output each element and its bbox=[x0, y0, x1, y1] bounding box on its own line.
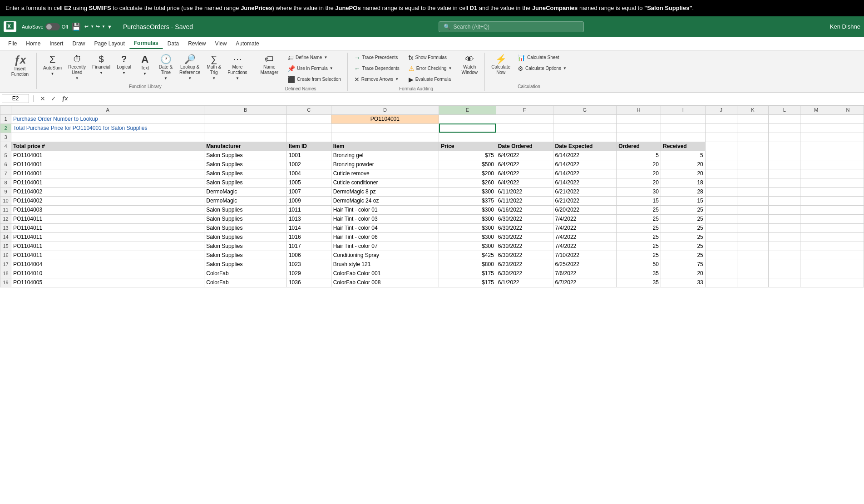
menu-file[interactable]: File bbox=[4, 39, 21, 49]
cell-E6[interactable]: $500 bbox=[439, 160, 496, 169]
cell-H8[interactable]: 20 bbox=[617, 178, 661, 187]
cell-F3[interactable] bbox=[496, 133, 553, 142]
cell-I16[interactable]: 25 bbox=[661, 251, 705, 260]
recently-used-dropdown[interactable]: ▼ bbox=[75, 76, 79, 80]
cell-A15[interactable]: PO1104011 bbox=[11, 242, 204, 251]
cancel-button[interactable]: ✕ bbox=[38, 94, 47, 103]
cell-K11[interactable] bbox=[737, 205, 769, 214]
cell-G9[interactable]: 6/21/2022 bbox=[553, 187, 617, 196]
cell-C11[interactable]: 1011 bbox=[286, 205, 331, 214]
cell-G3[interactable] bbox=[553, 133, 617, 142]
cell-C18[interactable]: 1029 bbox=[286, 269, 331, 278]
cell-N7[interactable] bbox=[832, 169, 864, 178]
cell-M8[interactable] bbox=[800, 178, 832, 187]
cell-L6[interactable] bbox=[769, 160, 800, 169]
cell-G6[interactable]: 6/14/2022 bbox=[553, 160, 617, 169]
cell-J14[interactable] bbox=[705, 232, 737, 242]
cell-L13[interactable] bbox=[769, 223, 800, 232]
redo-dropdown[interactable]: ▼ bbox=[102, 25, 105, 29]
logical-button[interactable]: ? Logical ▼ bbox=[114, 53, 134, 77]
cell-F12[interactable]: 6/30/2022 bbox=[496, 214, 553, 223]
cell-B10[interactable]: DermoMagic bbox=[204, 196, 287, 205]
cell-K13[interactable] bbox=[737, 223, 769, 232]
cell-M19[interactable] bbox=[800, 278, 832, 287]
customize-icon[interactable]: ▼ bbox=[107, 24, 112, 30]
cell-D8[interactable]: Cuticle conditioner bbox=[331, 178, 439, 187]
cell-I19[interactable]: 33 bbox=[661, 278, 705, 287]
col-header-A[interactable]: A bbox=[11, 105, 204, 114]
cell-I11[interactable]: 25 bbox=[661, 205, 705, 214]
cell-L14[interactable] bbox=[769, 232, 800, 242]
cell-reference-box[interactable] bbox=[2, 94, 29, 103]
row-header-6[interactable]: 6 bbox=[0, 160, 11, 169]
calculate-sheet-button[interactable]: 📊 Calculate Sheet bbox=[515, 53, 569, 63]
cell-J11[interactable] bbox=[705, 205, 737, 214]
lookup-reference-dropdown[interactable]: ▼ bbox=[188, 76, 192, 80]
recently-used-button[interactable]: ⏱ RecentlyUsed ▼ bbox=[65, 53, 89, 82]
cell-H15[interactable]: 25 bbox=[617, 242, 661, 251]
cell-C2[interactable] bbox=[286, 124, 331, 133]
cell-N9[interactable] bbox=[832, 187, 864, 196]
cell-E12[interactable]: $300 bbox=[439, 214, 496, 223]
cell-A1[interactable]: Purchase Order Number to Lookup bbox=[11, 114, 204, 124]
cell-D2[interactable] bbox=[331, 124, 439, 133]
formula-input[interactable] bbox=[72, 94, 862, 103]
cell-K17[interactable] bbox=[737, 260, 769, 269]
cell-A8[interactable]: PO1104001 bbox=[11, 178, 204, 187]
cell-I6[interactable]: 20 bbox=[661, 160, 705, 169]
cell-D9[interactable]: DermoMagic 8 pz bbox=[331, 187, 439, 196]
cell-H14[interactable]: 25 bbox=[617, 232, 661, 242]
cell-I17[interactable]: 75 bbox=[661, 260, 705, 269]
cell-L18[interactable] bbox=[769, 269, 800, 278]
cell-K12[interactable] bbox=[737, 214, 769, 223]
more-functions-dropdown[interactable]: ▼ bbox=[236, 76, 239, 80]
cell-L11[interactable] bbox=[769, 205, 800, 214]
row-header-5[interactable]: 5 bbox=[0, 151, 11, 160]
cell-B18[interactable]: ColorFab bbox=[204, 269, 287, 278]
cell-D6[interactable]: Bronzing powder bbox=[331, 160, 439, 169]
cell-D15[interactable]: Hair Tint - color 07 bbox=[331, 242, 439, 251]
cell-G10[interactable]: 6/21/2022 bbox=[553, 196, 617, 205]
cell-L8[interactable] bbox=[769, 178, 800, 187]
cell-N17[interactable] bbox=[832, 260, 864, 269]
cell-L19[interactable] bbox=[769, 278, 800, 287]
cell-J5[interactable] bbox=[705, 151, 737, 160]
cell-K4[interactable] bbox=[737, 142, 769, 151]
cell-G18[interactable]: 7/6/2022 bbox=[553, 269, 617, 278]
cell-F7[interactable]: 6/4/2022 bbox=[496, 169, 553, 178]
menu-draw[interactable]: Draw bbox=[68, 39, 89, 49]
cell-H5[interactable]: 5 bbox=[617, 151, 661, 160]
cell-G11[interactable]: 6/20/2022 bbox=[553, 205, 617, 214]
create-from-selection-button[interactable]: ⬛ Create from Selection bbox=[285, 74, 344, 84]
cell-I9[interactable]: 28 bbox=[661, 187, 705, 196]
cell-H9[interactable]: 30 bbox=[617, 187, 661, 196]
cell-K1[interactable] bbox=[737, 114, 769, 124]
cell-H13[interactable]: 25 bbox=[617, 223, 661, 232]
calculate-options-dropdown[interactable]: ▼ bbox=[563, 66, 567, 70]
cell-D19[interactable]: ColorFab Color 008 bbox=[331, 278, 439, 287]
row-header-1[interactable]: 1 bbox=[0, 114, 11, 124]
cell-H17[interactable]: 50 bbox=[617, 260, 661, 269]
name-manager-button[interactable]: 🏷 NameManager bbox=[258, 53, 281, 77]
cell-K19[interactable] bbox=[737, 278, 769, 287]
cell-F14[interactable]: 6/30/2022 bbox=[496, 232, 553, 242]
cell-F4[interactable]: Date Ordered bbox=[496, 142, 553, 151]
cell-I15[interactable]: 25 bbox=[661, 242, 705, 251]
cell-J2[interactable] bbox=[705, 124, 737, 133]
cell-J15[interactable] bbox=[705, 242, 737, 251]
cell-H11[interactable]: 25 bbox=[617, 205, 661, 214]
cell-K14[interactable] bbox=[737, 232, 769, 242]
cell-N12[interactable] bbox=[832, 214, 864, 223]
cell-D18[interactable]: ColorFab Color 001 bbox=[331, 269, 439, 278]
cell-A18[interactable]: PO1104010 bbox=[11, 269, 204, 278]
cell-H19[interactable]: 35 bbox=[617, 278, 661, 287]
cell-M4[interactable] bbox=[800, 142, 832, 151]
cell-C1[interactable] bbox=[286, 114, 331, 124]
watch-window-button[interactable]: 👁 WatchWindow bbox=[458, 53, 481, 77]
cell-G8[interactable]: 6/14/2022 bbox=[553, 178, 617, 187]
cell-H6[interactable]: 20 bbox=[617, 160, 661, 169]
cell-L10[interactable] bbox=[769, 196, 800, 205]
text-dropdown[interactable]: ▼ bbox=[143, 72, 147, 76]
cell-D16[interactable]: Conditioning Spray bbox=[331, 251, 439, 260]
cell-J10[interactable] bbox=[705, 196, 737, 205]
